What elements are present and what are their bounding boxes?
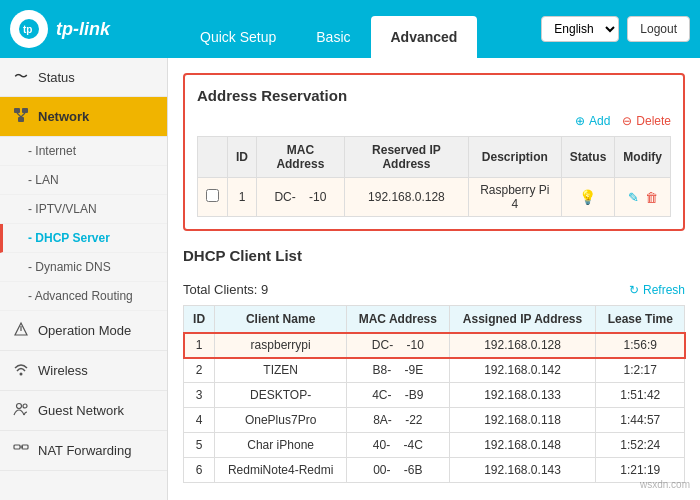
col-status: Status [561, 137, 615, 178]
dhcp-header-row-cols: ID Client Name MAC Address Assigned IP A… [184, 306, 685, 333]
sidebar-item-nat-forwarding[interactable]: NAT Forwarding [0, 431, 167, 471]
dhcp-client-list-section: DHCP Client List Total Clients: 9 ↻ Refr… [183, 247, 685, 483]
network-icon [12, 107, 30, 126]
dhcp-table-row: 2TIZENB8- -9E192.168.0.1421:2:17 [184, 358, 685, 383]
add-button[interactable]: ⊕ Add [575, 114, 610, 128]
dhcp-table-row: 5Char iPhone40- -4C192.168.0.1481:52:24 [184, 433, 685, 458]
svg-point-8 [20, 373, 23, 376]
row-checkbox[interactable] [198, 178, 228, 217]
logo-icon: tp [10, 10, 48, 48]
dhcp-cell-4: 1:52:24 [596, 433, 685, 458]
dhcp-cell-0: 1 [184, 333, 215, 358]
header: tp tp-link Quick Setup Basic Advanced En… [0, 0, 700, 58]
dhcp-table-row: 4OnePlus7Pro8A- -22192.168.0.1181:44:57 [184, 408, 685, 433]
logo-area: tp tp-link [10, 10, 180, 48]
refresh-button[interactable]: ↻ Refresh [629, 283, 685, 297]
tab-basic[interactable]: Basic [296, 16, 370, 58]
sidebar-item-operation-mode[interactable]: Operation Mode [0, 311, 167, 351]
sidebar: 〜 Status Network - Internet - LAN - IPTV… [0, 58, 168, 500]
dhcp-cell-4: 1:2:17 [596, 358, 685, 383]
dhcp-cell-2: B8- -9E [347, 358, 450, 383]
svg-line-6 [21, 113, 25, 117]
trash-icon[interactable]: 🗑 [645, 190, 658, 205]
dhcp-cell-3: 192.168.0.142 [449, 358, 596, 383]
sidebar-sub-advanced-routing[interactable]: - Advanced Routing [0, 282, 167, 311]
svg-rect-3 [22, 108, 28, 113]
main-layout: 〜 Status Network - Internet - LAN - IPTV… [0, 58, 700, 500]
dhcp-col-mac: MAC Address [347, 306, 450, 333]
sidebar-sub-internet[interactable]: - Internet [0, 137, 167, 166]
wireless-icon [12, 361, 30, 380]
sidebar-label-operation-mode: Operation Mode [38, 323, 131, 338]
dhcp-cell-0: 2 [184, 358, 215, 383]
content-area: Address Reservation ⊕ Add ⊖ Delete ID MA… [168, 58, 700, 500]
svg-rect-11 [14, 445, 20, 449]
sidebar-item-status[interactable]: 〜 Status [0, 58, 167, 97]
delete-button[interactable]: ⊖ Delete [622, 114, 671, 128]
dhcp-cell-3: 192.168.0.143 [449, 458, 596, 483]
delete-icon: ⊖ [622, 114, 632, 128]
tab-quick-setup[interactable]: Quick Setup [180, 16, 296, 58]
refresh-icon: ↻ [629, 283, 639, 297]
row-ip: 192.168.0.128 [344, 178, 468, 217]
dhcp-cell-2: DC- -10 [347, 333, 450, 358]
edit-icon[interactable]: ✎ [628, 190, 639, 205]
dhcp-cell-4: 1:44:57 [596, 408, 685, 433]
row-description: Raspberry Pi 4 [469, 178, 562, 217]
sidebar-sub-ddns[interactable]: - Dynamic DNS [0, 253, 167, 282]
delete-label: Delete [636, 114, 671, 128]
dhcp-table-row: 3DESKTOP-4C- -B9192.168.0.1331:51:42 [184, 383, 685, 408]
sidebar-label-status: Status [38, 70, 75, 85]
modify-icons: ✎ 🗑 [623, 190, 662, 205]
language-select[interactable]: English [541, 16, 619, 42]
tab-advanced[interactable]: Advanced [371, 16, 478, 58]
sidebar-label-nat-forwarding: NAT Forwarding [38, 443, 131, 458]
dhcp-col-ip: Assigned IP Address [449, 306, 596, 333]
sidebar-item-guest-network[interactable]: Guest Network [0, 391, 167, 431]
sidebar-item-wireless[interactable]: Wireless [0, 351, 167, 391]
dhcp-cell-2: 8A- -22 [347, 408, 450, 433]
dhcp-table-row: 1raspberrypiDC- -10192.168.0.1281:56:9 [184, 333, 685, 358]
dhcp-cell-3: 192.168.0.128 [449, 333, 596, 358]
dhcp-cell-2: 40- -4C [347, 433, 450, 458]
col-id: ID [228, 137, 257, 178]
sidebar-sub-dhcp[interactable]: - DHCP Server [0, 224, 167, 253]
sidebar-sub-lan[interactable]: - LAN [0, 166, 167, 195]
svg-text:tp: tp [23, 24, 32, 35]
dhcp-cell-0: 5 [184, 433, 215, 458]
svg-point-10 [23, 404, 27, 408]
sidebar-sub-iptv[interactable]: - IPTV/VLAN [0, 195, 167, 224]
dhcp-header-row: DHCP Client List [183, 247, 685, 274]
col-description: Description [469, 137, 562, 178]
dhcp-cell-0: 4 [184, 408, 215, 433]
dhcp-cell-0: 3 [184, 383, 215, 408]
svg-point-9 [17, 404, 22, 409]
add-icon: ⊕ [575, 114, 585, 128]
nat-icon [12, 441, 30, 460]
sidebar-label-network: Network [38, 109, 89, 124]
dhcp-cell-1: raspberrypi [215, 333, 347, 358]
dhcp-cell-1: TIZEN [215, 358, 347, 383]
dhcp-cell-1: OnePlus7Pro [215, 408, 347, 433]
add-label: Add [589, 114, 610, 128]
sidebar-label-wireless: Wireless [38, 363, 88, 378]
dhcp-cell-3: 192.168.0.133 [449, 383, 596, 408]
dhcp-cell-1: RedmiNote4-Redmi [215, 458, 347, 483]
address-reservation-section: Address Reservation ⊕ Add ⊖ Delete ID MA… [183, 73, 685, 231]
status-bulb-icon: 💡 [579, 189, 596, 205]
sidebar-item-network[interactable]: Network [0, 97, 167, 137]
refresh-label: Refresh [643, 283, 685, 297]
row-status: 💡 [561, 178, 615, 217]
col-checkbox [198, 137, 228, 178]
dhcp-col-id: ID [184, 306, 215, 333]
dhcp-col-lease: Lease Time [596, 306, 685, 333]
logout-button[interactable]: Logout [627, 16, 690, 42]
logo-text: tp-link [56, 19, 110, 40]
dhcp-cell-2: 4C- -B9 [347, 383, 450, 408]
reservation-table: ID MAC Address Reserved IP Address Descr… [197, 136, 671, 217]
svg-line-5 [17, 113, 21, 117]
col-mac: MAC Address [257, 137, 345, 178]
dhcp-cell-1: DESKTOP- [215, 383, 347, 408]
watermark: wsxdn.com [640, 479, 690, 490]
table-row: 1 DC- -10 192.168.0.128 Raspberry Pi 4 💡… [198, 178, 671, 217]
